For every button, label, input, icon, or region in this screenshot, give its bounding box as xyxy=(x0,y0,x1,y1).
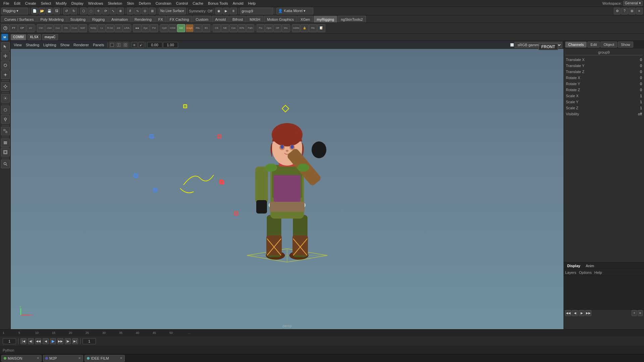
open-file-btn[interactable]: 📂 xyxy=(39,8,45,14)
help-subtab[interactable]: Help xyxy=(594,270,602,275)
no-live-surface-btn[interactable]: No Live Surface xyxy=(159,8,186,14)
view-btn[interactable]: ⊞ xyxy=(629,8,635,14)
select-tool-btn[interactable] xyxy=(1,42,10,51)
ne-icon-btn[interactable]: NE xyxy=(221,24,229,32)
universal-btn[interactable]: ⊕ xyxy=(117,8,124,14)
cpd-icon-btn[interactable]: CpD xyxy=(160,24,168,32)
connect-icon-btn[interactable]: Con xyxy=(229,24,237,32)
jolet-icon-btn[interactable]: Jolt xyxy=(114,24,122,32)
soft-select-btn[interactable] xyxy=(1,94,10,103)
user-dropdown[interactable]: 👤 Katia Morel ▾ xyxy=(276,8,313,14)
tsche-icon-btn[interactable]: t.s xyxy=(98,24,106,32)
graph-icon-btn[interactable]: Graph xyxy=(185,24,194,32)
ctrlloc-icon-btn[interactable]: CLoc xyxy=(70,24,78,32)
vp-mode-btn2[interactable] xyxy=(116,42,122,48)
ch-translate-z[interactable]: Translate Z 0 xyxy=(565,69,643,75)
current-frame-field[interactable] xyxy=(83,338,96,344)
gtrl-icon-btn[interactable]: Gtrl xyxy=(177,24,185,32)
namespc-icon-btn[interactable]: NsSp xyxy=(89,24,97,32)
object-name-field[interactable]: group9 xyxy=(240,8,273,14)
play-btn[interactable]: ▶ xyxy=(50,338,56,344)
tab-object[interactable]: Object xyxy=(600,42,617,48)
rotate-btn[interactable]: ⟳ xyxy=(102,8,109,14)
ch-translate-x[interactable]: Translate X 0 xyxy=(565,57,643,63)
joint-icon-btn[interactable] xyxy=(133,24,141,32)
menu-item-file[interactable]: File xyxy=(1,1,11,6)
cpeyelid-icon-btn[interactable]: Eye xyxy=(142,24,150,32)
new-file-btn[interactable]: 📄 xyxy=(31,8,38,14)
vp-shading-menu[interactable]: Shading xyxy=(24,43,41,47)
viewport[interactable]: View Shading Lighting Show Renderer Pane… xyxy=(11,41,564,329)
ch-translate-y[interactable]: Translate Y 0 xyxy=(565,63,643,69)
tab-sculpting[interactable]: Sculpting xyxy=(67,16,89,22)
rbl-icon-btn[interactable]: RBL xyxy=(194,24,202,32)
tab-channels[interactable]: Channels xyxy=(565,42,587,48)
tab-custom[interactable]: Custom xyxy=(193,16,211,22)
settings-btn[interactable]: ⚙ xyxy=(614,8,621,14)
taskbar-item-maison[interactable]: MAISON ✕ xyxy=(1,355,42,362)
render-btn3[interactable]: ⏸ xyxy=(230,8,237,14)
exposure-input[interactable] xyxy=(147,42,162,48)
menu-item-select[interactable]: Select xyxy=(39,1,53,6)
snap-btn[interactable] xyxy=(1,127,10,135)
tab-myrigging[interactable]: myRigging xyxy=(314,16,337,22)
snap-grid-btn[interactable]: # xyxy=(127,8,133,14)
rotate-tool-btn[interactable] xyxy=(1,61,10,70)
tab-bifrost[interactable]: Bifrost xyxy=(229,16,246,22)
rig-marker-left-foot[interactable] xyxy=(153,188,157,192)
more-btn[interactable]: ≡ xyxy=(636,8,643,14)
tab-fxcaching[interactable]: FX Caching xyxy=(167,16,192,22)
go-to-end-btn[interactable]: ▶| xyxy=(72,338,78,344)
ch-scale-z[interactable]: Scale Z 1 xyxy=(565,105,643,111)
rode-icon-btn[interactable]: R.Od xyxy=(106,24,114,32)
vp-renderer-menu[interactable]: Renderer xyxy=(72,43,91,47)
tab-show[interactable]: Show xyxy=(618,42,633,48)
lk-icon-btn[interactable]: 🔒 xyxy=(301,24,309,32)
undo-btn[interactable]: ↺ xyxy=(63,8,70,14)
ctrl-sel-icon-btn[interactable]: cSel xyxy=(45,24,53,32)
custo-icon-btn[interactable]: Cus xyxy=(54,24,62,32)
menu-item-deform[interactable]: Deform xyxy=(137,1,153,6)
rig-marker-center[interactable] xyxy=(134,174,138,178)
ch-rotate-z[interactable]: Rotate Z 0 xyxy=(565,87,643,93)
menu-item-modify[interactable]: Modify xyxy=(54,1,68,6)
pntoc-icon-btn[interactable]: Pnt xyxy=(150,24,158,32)
offset2-icon-btn[interactable]: Off xyxy=(273,24,281,32)
frame-btn[interactable] xyxy=(1,148,10,157)
play-back-btn[interactable]: ◀ xyxy=(43,338,49,344)
myCtrDeform-icon-btn[interactable]: mDfm xyxy=(292,24,300,32)
universal-manip-btn[interactable] xyxy=(1,82,10,91)
menu-item-arnold[interactable]: Arnold xyxy=(231,1,246,6)
ikfkmi-icon-btn[interactable]: IKFk xyxy=(238,24,246,32)
step-back-btn[interactable]: ◀| xyxy=(28,338,34,344)
next-key-btn[interactable]: ▶▶ xyxy=(57,338,63,344)
rig-marker-left-shoulder[interactable] xyxy=(150,134,154,138)
menu-item-skeleton[interactable]: Skeleton xyxy=(106,1,124,6)
ft-icon-btn[interactable]: FT xyxy=(10,24,18,32)
tab-motion[interactable]: Motion Graphics xyxy=(264,16,297,22)
tab-rigging[interactable]: Rigging xyxy=(89,16,108,22)
tab-mash[interactable]: MASH xyxy=(247,16,263,22)
ideefilm-close[interactable]: ✕ xyxy=(120,356,122,360)
proxies-icon-btn[interactable]: Prx xyxy=(257,24,265,32)
ch-rotate-y[interactable]: Rotate Y 0 xyxy=(565,81,643,87)
tab-xgen[interactable]: XGen xyxy=(298,16,313,22)
path-icon-btn[interactable]: Path xyxy=(246,24,254,32)
vp-snap-btn[interactable]: ⊞ xyxy=(131,42,138,48)
maison-close[interactable]: ✕ xyxy=(37,356,39,360)
notes-icon-btn[interactable]: 📝 xyxy=(317,24,325,32)
tab-ngskin[interactable]: ngSkinTools2 xyxy=(338,16,366,22)
bsore-icon-btn[interactable]: BS xyxy=(202,24,210,32)
tab-edit[interactable]: Edit xyxy=(587,42,600,48)
vp-view-menu[interactable]: View xyxy=(12,43,23,47)
taskbar-item-ideefilm[interactable]: IDEE FILM ✕ xyxy=(85,355,125,362)
layer-nav-prev[interactable]: ◀ xyxy=(572,310,578,316)
opm-icon-btn[interactable]: Opm xyxy=(265,24,273,32)
layer-add-btn[interactable]: + xyxy=(632,310,637,316)
menu-item-edit[interactable]: Edit xyxy=(12,1,22,6)
scale-btn[interactable]: ⤡ xyxy=(110,8,116,14)
lra-icon-btn[interactable]: LRA xyxy=(123,24,131,32)
history-icon-btn[interactable] xyxy=(1,24,9,32)
anim-tab[interactable]: Anim xyxy=(584,263,596,268)
paint-select-btn[interactable] xyxy=(1,115,10,124)
